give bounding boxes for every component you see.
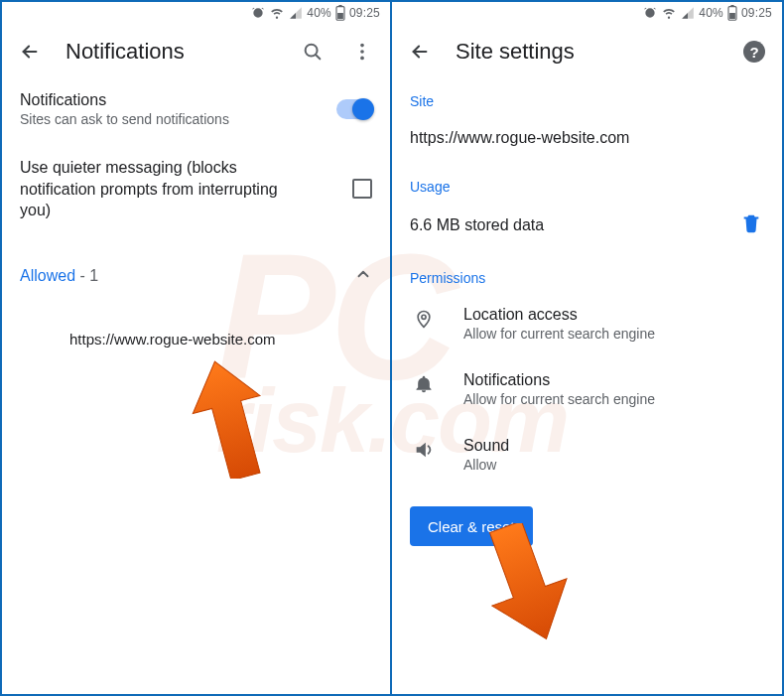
section-site: Site	[392, 79, 782, 113]
allowed-site-url: https://www.rogue-website.com	[69, 331, 276, 348]
svg-rect-2	[337, 13, 343, 19]
permission-location[interactable]: Location access Allow for current search…	[392, 290, 782, 355]
battery-text: 40%	[307, 6, 331, 20]
allowed-section[interactable]: Allowed - 1	[2, 239, 390, 299]
clear-reset-button[interactable]: Clear & reset	[410, 506, 533, 546]
location-icon	[412, 306, 436, 330]
site-url-row: https://www.rogue-website.com	[392, 113, 782, 165]
allowed-count: 1	[89, 267, 98, 284]
battery-text: 40%	[699, 6, 723, 20]
bell-icon	[412, 371, 436, 395]
back-icon[interactable]	[406, 38, 434, 66]
chevron-up-icon[interactable]	[354, 265, 372, 287]
permission-sub: Allow for current search engine	[463, 391, 764, 407]
battery-icon	[335, 5, 345, 21]
pane-site-settings: 40% 09:25 Site settings ? Site https://w…	[392, 2, 782, 694]
site-url: https://www.rogue-website.com	[410, 129, 629, 147]
alarm-icon	[643, 6, 657, 20]
quieter-label: Use quieter messaging (blocks notificati…	[20, 157, 308, 221]
allowed-site-item[interactable]: https://www.rogue-website.com	[2, 299, 390, 359]
status-bar: 40% 09:25	[392, 2, 782, 24]
sound-icon	[412, 437, 436, 461]
svg-point-5	[360, 50, 364, 54]
allowed-count-sep: -	[79, 267, 89, 284]
more-icon[interactable]	[348, 38, 376, 66]
svg-point-6	[360, 57, 364, 61]
app-bar: Notifications	[2, 24, 390, 79]
permission-title: Location access	[463, 306, 764, 324]
permission-notifications[interactable]: Notifications Allow for current search e…	[392, 355, 782, 421]
trash-icon[interactable]	[740, 212, 764, 238]
usage-row[interactable]: 6.6 MB stored data	[392, 199, 782, 252]
svg-rect-8	[730, 5, 733, 7]
wifi-icon	[661, 6, 677, 20]
notifications-toggle[interactable]	[336, 99, 372, 119]
svg-point-4	[360, 44, 364, 48]
svg-rect-1	[338, 5, 341, 7]
search-icon[interactable]	[299, 38, 327, 66]
pane-notifications: 40% 09:25 Notifications Notification	[2, 2, 392, 694]
alarm-icon	[251, 6, 265, 20]
permission-title: Notifications	[463, 371, 764, 389]
quieter-row[interactable]: Use quieter messaging (blocks notificati…	[2, 139, 390, 239]
permission-sub: Allow	[463, 457, 764, 473]
section-permissions: Permissions	[392, 252, 782, 290]
wifi-icon	[269, 6, 285, 20]
notifications-label: Notifications	[20, 91, 336, 109]
back-icon[interactable]	[16, 38, 44, 66]
clear-reset-label: Clear & reset	[428, 518, 515, 535]
permission-sound[interactable]: Sound Allow	[392, 421, 782, 487]
section-usage: Usage	[392, 165, 782, 199]
battery-icon	[727, 5, 737, 21]
permission-sub: Allow for current search engine	[463, 326, 764, 342]
help-icon[interactable]: ?	[740, 38, 768, 66]
notifications-toggle-row[interactable]: Notifications Sites can ask to send noti…	[2, 79, 390, 139]
signal-icon	[681, 6, 695, 20]
signal-icon	[289, 6, 303, 20]
page-title: Site settings	[456, 39, 719, 65]
app-bar: Site settings ?	[392, 24, 782, 79]
svg-rect-9	[729, 13, 735, 19]
clock-text: 09:25	[741, 6, 772, 20]
quieter-checkbox[interactable]	[352, 179, 372, 199]
permission-title: Sound	[463, 437, 764, 455]
clock-text: 09:25	[349, 6, 380, 20]
svg-point-10	[422, 315, 426, 319]
usage-text: 6.6 MB stored data	[410, 216, 740, 234]
page-title: Notifications	[65, 39, 277, 65]
allowed-label: Allowed	[20, 267, 75, 284]
notifications-sub: Sites can ask to send notifications	[20, 111, 336, 127]
status-bar: 40% 09:25	[2, 2, 390, 24]
